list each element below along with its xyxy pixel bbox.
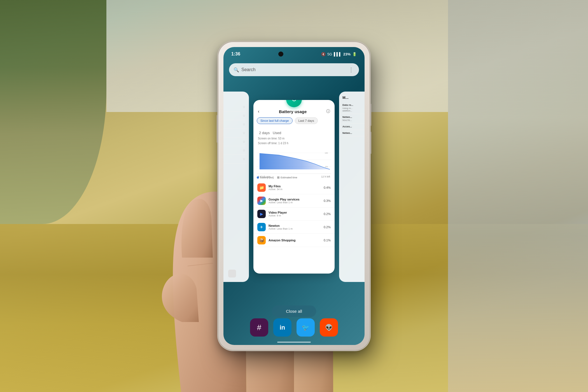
newton-name: Newton bbox=[269, 224, 324, 227]
dock-icon-twitter[interactable]: 🐦 bbox=[297, 318, 315, 337]
list-item: ✈ Newton Active: Less than 1 m 0.2% bbox=[253, 221, 335, 234]
right-card-header: M... bbox=[341, 94, 365, 102]
card-star-1: ☆ bbox=[242, 105, 246, 109]
google-play-name: Google Play services bbox=[269, 198, 324, 201]
battery-duration-label: Used bbox=[273, 131, 281, 135]
my-files-name: My Files bbox=[269, 185, 324, 188]
amazon-name: Amazon Shopping bbox=[269, 239, 324, 242]
battery-icon: 🔋 bbox=[352, 52, 357, 56]
card-star-3: ☆ bbox=[242, 122, 246, 126]
chart-label-right: 12 h left bbox=[321, 175, 330, 178]
amazon-percent: 0.1% bbox=[324, 239, 331, 242]
video-player-name: Video Player bbox=[269, 211, 324, 214]
reddit-glyph: 👽 bbox=[325, 324, 333, 331]
play-glyph: ▶ bbox=[260, 199, 263, 203]
battery-info-button[interactable]: ⓘ bbox=[326, 109, 330, 114]
svg-text:100: 100 bbox=[325, 152, 328, 154]
battery-duration: 2 days Used bbox=[258, 128, 330, 136]
phone-device: 1:36 🔇 5G ▌▌▌ 23% 🔋 🔍 Search ⋮ bbox=[218, 42, 370, 350]
volume-up-button[interactable] bbox=[370, 104, 371, 126]
svg-text:0%: 0% bbox=[325, 166, 328, 168]
dock-icon-slack[interactable]: # bbox=[250, 318, 268, 337]
network-sub: 5G/LTE... bbox=[342, 119, 365, 122]
battery-duration-value: 2 days bbox=[259, 131, 270, 135]
volume-down-button[interactable] bbox=[370, 132, 371, 154]
power-button[interactable] bbox=[217, 115, 218, 143]
card-left-content: 🔍 2m ☆ 4m ☆ 8m ☆ bbox=[223, 92, 249, 167]
newton-percent: 0.2% bbox=[324, 225, 331, 229]
newton-icon: ✈ bbox=[257, 223, 266, 231]
my-files-icon: 📁 bbox=[257, 183, 266, 192]
chart-label-left: 3 d 4 h ago bbox=[258, 175, 270, 178]
battery-tabs: Since last full charge Last 7 days bbox=[253, 116, 335, 127]
right-row-access: Acces... bbox=[341, 123, 365, 130]
battery-chart: 100 0% 3 d 4 h ago 12 h left bbox=[257, 149, 331, 174]
home-indicator[interactable] bbox=[277, 342, 311, 343]
signal-icon: ▌▌▌ bbox=[334, 52, 342, 56]
google-play-percent: 0.3% bbox=[324, 199, 331, 202]
newton-glyph: ✈ bbox=[260, 225, 263, 229]
status-icons: 🔇 5G ▌▌▌ 23% 🔋 bbox=[321, 52, 357, 56]
search-bar[interactable]: 🔍 Search ⋮ bbox=[229, 63, 359, 76]
battery-app-list: 📁 My Files Active: 34 m 0.4% ▶ bbox=[253, 180, 335, 248]
battery-back-button[interactable]: ‹ bbox=[258, 109, 259, 114]
network-label: Netwo... bbox=[342, 116, 365, 118]
files-glyph: 📁 bbox=[259, 185, 264, 190]
recent-apps-container: 🔍 2m ☆ 4m ☆ 8m ☆ bbox=[223, 79, 365, 295]
card-row-3: 8m ☆ bbox=[223, 120, 247, 129]
video-glyph: ▶ bbox=[260, 212, 263, 216]
battery-chart-svg: 100 0% bbox=[257, 149, 331, 174]
battery-stats: 2 days Used Screen on time: 53 m Screen … bbox=[253, 127, 335, 148]
battery-usage-card[interactable]: ↻ ‹ Battery usage ⓘ Since last full char… bbox=[253, 100, 335, 274]
card-star-5: ☆ bbox=[242, 140, 246, 144]
dock-icon-linkedin[interactable]: in bbox=[273, 318, 291, 337]
card-row-6: 15m ☆ bbox=[223, 146, 247, 155]
video-player-active: Active: 9 m bbox=[269, 214, 324, 217]
card-time-6: 15m bbox=[223, 149, 224, 152]
phone-wrapper: 1:36 🔇 5G ▌▌▌ 23% 🔋 🔍 Search ⋮ bbox=[218, 42, 370, 350]
mute-icon: 🔇 bbox=[321, 52, 326, 56]
close-all-button[interactable]: Close all bbox=[272, 305, 316, 317]
list-item: 📁 My Files Active: 34 m 0.4% bbox=[253, 181, 335, 194]
list-item: ▶ Google Play services Active: Less than… bbox=[253, 194, 335, 207]
card-row-1: 2m ☆ bbox=[223, 103, 247, 111]
search-menu-icon[interactable]: ⋮ bbox=[348, 66, 354, 73]
amazon-icon: 📦 bbox=[257, 236, 266, 244]
tab-last-7-days[interactable]: Last 7 days bbox=[295, 117, 318, 124]
card-right-content: M... Data ro... Using m... addition... N… bbox=[339, 92, 365, 139]
card-row-7: 16m ☆ bbox=[223, 155, 247, 164]
data-ro-label: Data ro... bbox=[342, 104, 365, 106]
slack-glyph: # bbox=[257, 323, 262, 332]
app-card-left[interactable]: 🔍 2m ☆ 4m ☆ 8m ☆ bbox=[223, 92, 249, 282]
google-play-icon: ▶ bbox=[257, 197, 266, 205]
tab-since-charge[interactable]: Since last full charge bbox=[257, 117, 293, 124]
linkedin-glyph: in bbox=[280, 324, 285, 331]
newton-info: Newton Active: Less than 1 m bbox=[269, 224, 324, 230]
bg-right bbox=[448, 0, 588, 392]
card-row-2: 4m ☆ bbox=[223, 111, 247, 120]
card-star-2: ☆ bbox=[242, 114, 246, 118]
amazon-info: Amazon Shopping bbox=[269, 239, 324, 242]
card-row-4: ☆ bbox=[223, 129, 247, 137]
data-ro-sub2: addition... bbox=[342, 109, 365, 112]
chart-labels: 3 d 4 h ago 12 h left bbox=[257, 175, 331, 179]
front-camera bbox=[278, 52, 283, 57]
search-icon: 🔍 bbox=[234, 67, 239, 73]
my-files-percent: 0.4% bbox=[324, 186, 331, 189]
my-files-info: My Files Active: 34 m bbox=[269, 185, 324, 191]
status-time: 1:36 bbox=[231, 52, 240, 57]
network2-label: Netwo... bbox=[342, 132, 365, 134]
right-row-network: Netwo... 5G/LTE... bbox=[341, 114, 365, 123]
video-player-icon: ▶ bbox=[257, 210, 266, 218]
amazon-glyph: 📦 bbox=[259, 238, 264, 242]
newton-active: Active: Less than 1 m bbox=[269, 227, 324, 230]
app-card-right[interactable]: M... Data ro... Using m... addition... N… bbox=[339, 92, 365, 282]
battery-refresh-icon: ↻ bbox=[291, 100, 297, 103]
search-placeholder: Search bbox=[241, 67, 348, 72]
right-row-network2: Netwo... bbox=[341, 130, 365, 136]
list-item: ▶ Video Player Active: 9 m 0.2% bbox=[253, 207, 335, 221]
card-star-6: ☆ bbox=[242, 148, 246, 152]
dock-icon-reddit[interactable]: 👽 bbox=[320, 318, 338, 337]
back-arrow-icon: ‹ bbox=[258, 109, 259, 114]
video-player-info: Video Player Active: 9 m bbox=[269, 211, 324, 217]
